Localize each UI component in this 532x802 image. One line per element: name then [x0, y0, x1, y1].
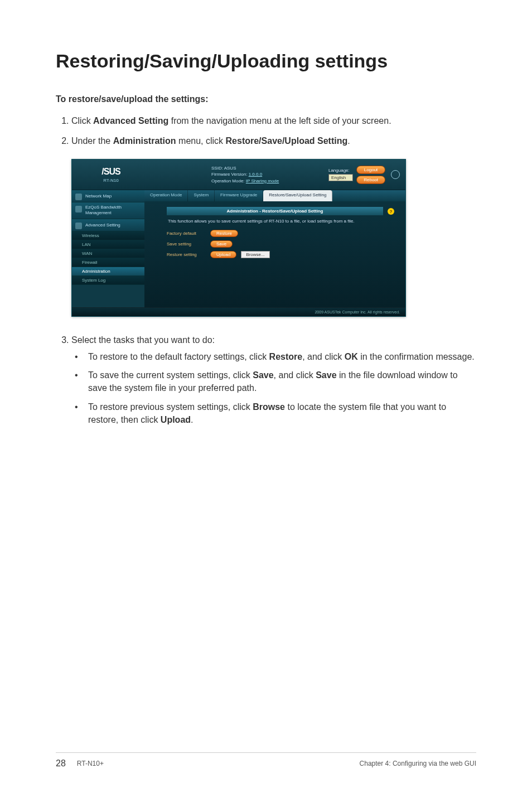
browse-button[interactable]: Browse...	[241, 251, 269, 258]
globe-icon	[391, 170, 400, 179]
language-select[interactable]: English	[328, 174, 353, 181]
router-footer: 2009 ASUSTek Computer Inc. All rights re…	[72, 307, 405, 316]
text: , and click	[302, 352, 345, 361]
panel-description: This function allows you to save current…	[167, 215, 383, 230]
footer-chapter: Chapter 4: Configuring via the web GUI	[360, 760, 476, 767]
bold-text: Save	[316, 370, 336, 380]
sidebar-item-wan[interactable]: WAN	[72, 249, 144, 258]
bullet-upload: To restore previous system settings, cli…	[88, 400, 476, 426]
label: Save setting	[167, 241, 206, 247]
sidebar-item-network-map[interactable]: Network Map	[72, 190, 144, 202]
main-panel: Operation Mode System Firmware Upgrade R…	[144, 190, 405, 307]
router-ui-screenshot: /SUS RT-N10 SSID: ASUS Firmware Version:…	[71, 159, 406, 317]
router-body: Network Map EzQoS Bandwidth Management A…	[72, 190, 405, 307]
label: WAN	[82, 251, 92, 256]
opmode-label: Operation Mode:	[211, 178, 246, 183]
page-title: Restoring/Saving/Uploading settings	[56, 50, 476, 72]
row-restore-setting: Restore setting Upload Browse...	[167, 251, 383, 258]
label: Advanced Setting	[85, 223, 120, 228]
label: System Log	[82, 278, 105, 283]
settings-panel: Administration - Restore/Save/Upload Set…	[144, 201, 405, 267]
tab-operation-mode[interactable]: Operation Mode	[144, 190, 188, 201]
text: To restore previous system settings, cli…	[88, 402, 253, 412]
section-subhead: To restore/save/upload the settings:	[56, 94, 476, 104]
qos-icon	[75, 206, 82, 212]
text: .	[347, 136, 350, 146]
label: Factory default	[167, 231, 206, 236]
language-label: Language:	[328, 168, 350, 173]
logout-button[interactable]: Logout	[356, 166, 385, 174]
text: Select the tasks that you want to do:	[71, 335, 215, 345]
bold-text: Administration	[113, 136, 176, 146]
text: To save the current system settings, cli…	[88, 370, 253, 380]
instruction-list-cont: Select the tasks that you want to do: To…	[56, 334, 476, 426]
help-icon[interactable]: ?	[388, 208, 394, 215]
step-2: Under the Administration menu, click Res…	[71, 134, 476, 148]
router-header: /SUS RT-N10 SSID: ASUS Firmware Version:…	[72, 160, 405, 190]
ssid-value: ASUS	[224, 166, 236, 171]
label: Restore setting	[167, 252, 206, 257]
title-text: Administration - Restore/Save/Upload Set…	[227, 209, 323, 214]
bold-text: Browse	[253, 402, 285, 412]
sidebar-item-ezqos[interactable]: EzQoS Bandwidth Management	[72, 202, 144, 219]
opmode-link[interactable]: IP Sharing mode	[246, 178, 279, 183]
text: To restore to the default factory settin…	[88, 352, 269, 361]
model-text: RT-N10	[103, 178, 118, 183]
row-factory-default: Factory default Restore	[167, 230, 383, 237]
label: EzQoS Bandwidth Management	[85, 205, 122, 215]
step-1: Click Advanced Setting from the navigati…	[71, 114, 476, 128]
sidebar: Network Map EzQoS Bandwidth Management A…	[72, 190, 144, 307]
bold-text: OK	[345, 352, 358, 361]
tabs: Operation Mode System Firmware Upgrade R…	[144, 190, 405, 201]
bold-text: Restore	[269, 352, 303, 361]
asus-logo: /SUS RT-N10	[78, 163, 144, 186]
text: Click	[71, 116, 93, 125]
bold-text: Save	[253, 370, 273, 380]
bold-text: Upload	[161, 415, 191, 424]
label: LAN	[82, 242, 91, 247]
bullet-list: To restore to the default factory settin…	[71, 350, 476, 426]
text: , and click	[274, 370, 316, 380]
upload-button[interactable]: Upload	[210, 251, 236, 258]
fw-label: Firmware Version:	[211, 172, 249, 177]
bullet-restore: To restore to the default factory settin…	[88, 350, 476, 363]
logo-text: /SUS	[101, 167, 120, 177]
bold-text: Restore/Save/Upload Setting	[226, 136, 348, 146]
header-right: Language: English Logout Reboot	[328, 166, 400, 184]
save-button[interactable]: Save	[210, 240, 233, 248]
gear-icon	[75, 223, 82, 229]
label: Firewall	[82, 260, 98, 265]
sidebar-item-wireless[interactable]: Wireless	[72, 231, 144, 240]
text: .	[191, 415, 193, 424]
restore-button[interactable]: Restore	[210, 230, 238, 237]
panel-title: Administration - Restore/Save/Upload Set…	[167, 207, 383, 215]
footer-model: RT-N10+	[77, 760, 104, 767]
sidebar-item-administration[interactable]: Administration	[72, 267, 144, 276]
page-footer: 28 RT-N10+ Chapter 4: Configuring via th…	[56, 752, 476, 769]
step-3: Select the tasks that you want to do: To…	[71, 334, 476, 426]
text: Under the	[71, 136, 113, 146]
sidebar-item-advanced[interactable]: Advanced Setting	[72, 219, 144, 231]
network-icon	[75, 194, 82, 200]
label: Administration	[82, 269, 110, 274]
reboot-button[interactable]: Reboot	[356, 176, 385, 184]
sidebar-item-firewall[interactable]: Firewall	[72, 258, 144, 267]
text: menu, click	[176, 136, 226, 146]
row-save-setting: Save setting Save	[167, 240, 383, 248]
bullet-save: To save the current system settings, cli…	[88, 369, 476, 394]
ssid-label: SSID:	[211, 166, 224, 171]
page-number: 28	[56, 758, 66, 769]
tab-restore-save-upload[interactable]: Restore/Save/Upload Setting	[263, 190, 332, 201]
label: Network Map	[85, 194, 112, 199]
tab-system[interactable]: System	[188, 190, 215, 201]
sidebar-item-system-log[interactable]: System Log	[72, 276, 144, 285]
router-info: SSID: ASUS Firmware Version: 1.0.0.0 Ope…	[211, 165, 279, 184]
tab-firmware-upgrade[interactable]: Firmware Upgrade	[215, 190, 263, 201]
bold-text: Advanced Setting	[93, 116, 168, 125]
fw-link[interactable]: 1.0.0.0	[249, 172, 262, 177]
text: from the navigation menu at the left sid…	[168, 116, 391, 125]
instruction-list: Click Advanced Setting from the navigati…	[56, 114, 476, 148]
text: in the confirmation message.	[358, 352, 475, 361]
sidebar-item-lan[interactable]: LAN	[72, 240, 144, 249]
label: Wireless	[82, 233, 99, 238]
